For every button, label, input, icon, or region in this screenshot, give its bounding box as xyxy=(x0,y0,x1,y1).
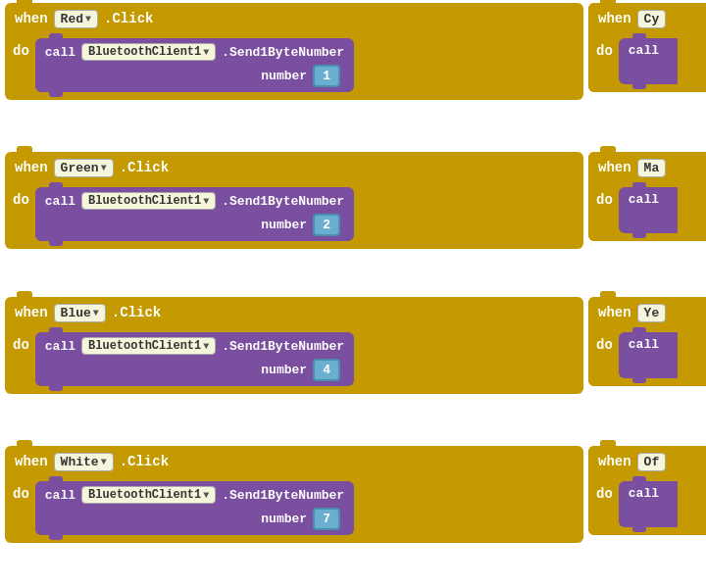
dropdown-arrow: ▼ xyxy=(85,14,91,24)
white-block-body: do call BluetoothClient1 ▼ .Send1ByteNum… xyxy=(5,477,583,543)
method-label: .Send1ByteNumber xyxy=(222,488,344,503)
button-name: Ma xyxy=(644,161,660,175)
bt-dropdown-arrow: ▼ xyxy=(203,47,209,58)
call-label: call xyxy=(629,337,668,352)
green-block-header: when Green ▼ .Click xyxy=(5,152,583,183)
do-label: do xyxy=(596,192,613,208)
blocks-canvas: when Red ▼ .Click do call BluetoothClien… xyxy=(0,0,706,588)
partial-call: call xyxy=(619,332,678,378)
do-row: do call BluetoothClient1 ▼ .Send1ByteNum… xyxy=(13,187,576,241)
call-label: call xyxy=(629,486,668,501)
do-label: do xyxy=(596,43,613,59)
when-label: when xyxy=(598,305,631,320)
button-name: Red xyxy=(61,12,83,26)
when-label: when xyxy=(15,11,48,26)
button-pill[interactable]: Green ▼ xyxy=(54,159,114,177)
call-label: call xyxy=(45,194,76,209)
click-label: .Click xyxy=(120,160,169,175)
do-row: do call BluetoothClient1 ▼ .Send1ByteNum… xyxy=(13,481,576,535)
off-partial: when Of do call xyxy=(588,446,706,535)
number-badge[interactable]: 4 xyxy=(313,359,340,381)
partial-call: call xyxy=(619,38,678,84)
number-value: 2 xyxy=(323,218,330,232)
button-pill[interactable]: Red ▼ xyxy=(54,10,98,28)
call-label: call xyxy=(45,339,76,354)
off-partial-header: when Of xyxy=(588,446,706,477)
call-top-row: call BluetoothClient1 ▼ .Send1ByteNumber xyxy=(45,337,344,355)
bt-client-name: BluetoothClient1 xyxy=(88,339,201,353)
do-label: do xyxy=(13,486,29,502)
call-block: call BluetoothClient1 ▼ .Send1ByteNumber… xyxy=(35,38,354,92)
number-value: 7 xyxy=(323,512,330,526)
method-label: .Send1ByteNumber xyxy=(222,339,344,354)
call-label: call xyxy=(45,45,76,60)
ma-partial-header: when Ma xyxy=(588,152,706,183)
when-label: when xyxy=(15,160,48,175)
bt-dropdown-arrow: ▼ xyxy=(203,196,209,207)
method-label: .Send1ByteNumber xyxy=(222,194,344,209)
method-label: .Send1ByteNumber xyxy=(222,45,344,60)
button-pill[interactable]: Blue ▼ xyxy=(54,304,106,322)
button-name: Cy xyxy=(644,12,660,26)
button-pill[interactable]: Of xyxy=(637,453,667,471)
button-name: Of xyxy=(644,455,660,469)
bt-client-name: BluetoothClient1 xyxy=(88,488,201,502)
dropdown-arrow: ▼ xyxy=(101,457,107,467)
number-value: 4 xyxy=(323,363,330,377)
when-label: when xyxy=(598,11,631,26)
dropdown-arrow: ▼ xyxy=(93,308,99,318)
call-block: call BluetoothClient1 ▼ .Send1ByteNumber… xyxy=(35,332,354,386)
white-block: when White ▼ .Click do call BluetoothCli… xyxy=(5,446,583,543)
green-block: when Green ▼ .Click do call BluetoothCli… xyxy=(5,152,583,249)
do-label: do xyxy=(596,337,613,353)
button-pill[interactable]: White ▼ xyxy=(54,453,114,471)
ma-partial-body: do call xyxy=(588,183,706,241)
cyan-partial-body: do call xyxy=(588,34,706,92)
red-block-header: when Red ▼ .Click xyxy=(5,3,583,34)
number-text: number xyxy=(261,218,307,232)
number-badge[interactable]: 1 xyxy=(313,65,340,87)
number-badge[interactable]: 7 xyxy=(313,508,340,530)
blue-block: when Blue ▼ .Click do call BluetoothClie… xyxy=(5,297,583,394)
partial-call: call xyxy=(619,187,678,233)
bt-client-pill[interactable]: BluetoothClient1 ▼ xyxy=(81,337,216,355)
when-label: when xyxy=(15,305,48,320)
bt-client-pill[interactable]: BluetoothClient1 ▼ xyxy=(81,43,216,61)
red-block-body: do call BluetoothClient1 ▼ .Send1ByteNum… xyxy=(5,34,583,100)
button-pill[interactable]: Ye xyxy=(637,304,667,322)
button-name: White xyxy=(61,455,99,469)
number-text: number xyxy=(261,69,307,83)
call-label: call xyxy=(45,488,76,503)
white-block-header: when White ▼ .Click xyxy=(5,446,583,477)
call-label: call xyxy=(629,43,668,58)
when-label: when xyxy=(15,454,48,469)
bt-dropdown-arrow: ▼ xyxy=(203,341,209,352)
click-label: .Click xyxy=(120,454,169,469)
button-pill[interactable]: Ma xyxy=(637,159,667,177)
do-label: do xyxy=(596,486,613,502)
click-label: .Click xyxy=(104,11,153,26)
number-row: number 4 xyxy=(45,359,344,381)
call-label: call xyxy=(629,192,668,207)
do-label: do xyxy=(13,192,29,208)
number-row: number 2 xyxy=(45,214,344,236)
bt-client-pill[interactable]: BluetoothClient1 ▼ xyxy=(81,192,216,210)
ma-partial: when Ma do call xyxy=(588,152,706,241)
ye-partial: when Ye do call xyxy=(588,297,706,386)
dropdown-arrow: ▼ xyxy=(101,163,107,173)
number-badge[interactable]: 2 xyxy=(313,214,340,236)
button-name: Green xyxy=(61,161,99,175)
bt-dropdown-arrow: ▼ xyxy=(203,490,209,501)
blue-block-header: when Blue ▼ .Click xyxy=(5,297,583,328)
ye-partial-header: when Ye xyxy=(588,297,706,328)
do-row: do call BluetoothClient1 ▼ .Send1ByteNum… xyxy=(13,38,576,92)
when-label: when xyxy=(598,454,631,469)
bt-client-pill[interactable]: BluetoothClient1 ▼ xyxy=(81,486,216,504)
number-row: number 1 xyxy=(45,65,344,87)
green-block-body: do call BluetoothClient1 ▼ .Send1ByteNum… xyxy=(5,183,583,249)
red-block: when Red ▼ .Click do call BluetoothClien… xyxy=(5,3,583,100)
button-pill[interactable]: Cy xyxy=(637,10,667,28)
call-top-row: call BluetoothClient1 ▼ .Send1ByteNumber xyxy=(45,192,344,210)
when-label: when xyxy=(598,160,631,175)
click-label: .Click xyxy=(112,305,161,320)
